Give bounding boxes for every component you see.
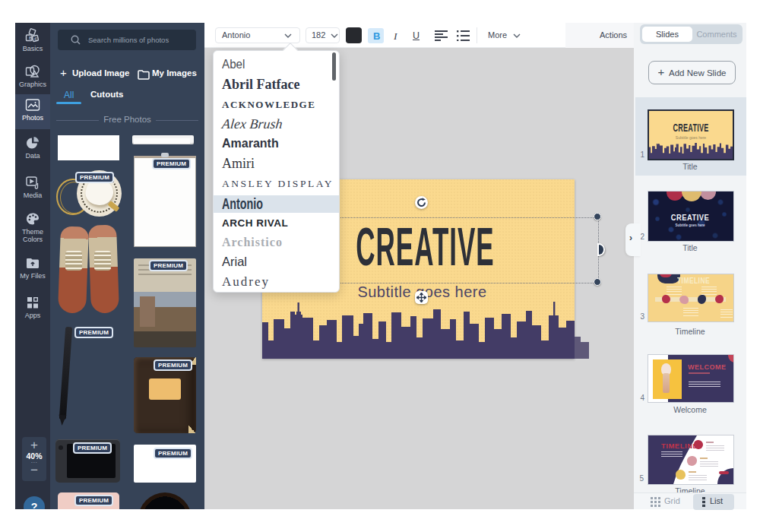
svg-text:C: C: [34, 36, 38, 42]
svg-text:B: B: [29, 36, 32, 40]
